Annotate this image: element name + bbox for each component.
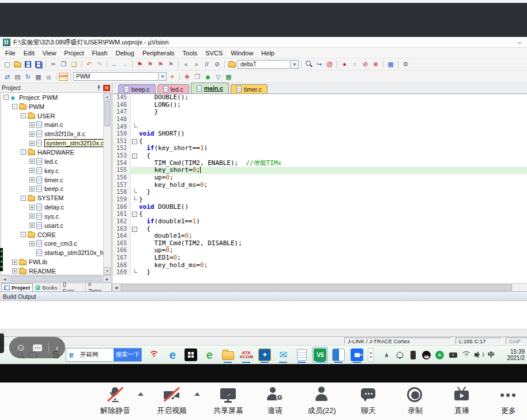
meeting-button-live[interactable]: 直播 xyxy=(443,387,480,416)
store-taskbar-icon[interactable] xyxy=(183,347,199,363)
expand-icon[interactable]: + xyxy=(29,213,35,219)
search-button[interactable]: 搜索一下 xyxy=(114,348,141,361)
fold-margin[interactable] xyxy=(131,160,139,167)
collapse-icon[interactable]: ‹ xyxy=(56,343,59,352)
breakpoint-disable-all-icon[interactable]: ⊘ xyxy=(360,59,370,69)
capture-device-tray-icon[interactable] xyxy=(448,349,458,361)
meeting-button-cam-off[interactable]: 开启视频 xyxy=(153,387,190,416)
fold-margin[interactable] xyxy=(131,94,139,102)
build-output-header[interactable]: Build Output xyxy=(0,291,527,301)
multi-project-workspace-icon[interactable]: ▽ xyxy=(213,72,223,81)
spinner-down-icon[interactable]: ▼ xyxy=(369,355,372,359)
incremental-find-icon[interactable]: ↪ xyxy=(314,59,324,69)
batch-build-icon[interactable]: ▦ xyxy=(33,72,43,81)
nav-forward-icon[interactable]: → xyxy=(120,59,130,69)
fold-margin[interactable] xyxy=(131,204,139,211)
editor-tab-main-c[interactable]: main.c xyxy=(191,82,229,93)
tree-item[interactable]: +README xyxy=(1,267,111,275)
menu-file[interactable]: File xyxy=(1,49,20,57)
tree-item[interactable]: +core_cm3.c xyxy=(1,239,111,249)
fold-margin[interactable] xyxy=(131,189,139,196)
uncomment-selection-icon[interactable]: ⊘ xyxy=(212,59,222,69)
expand-icon[interactable]: + xyxy=(29,159,35,164)
copy-icon[interactable]: ❐ xyxy=(59,59,69,69)
mail-taskbar-icon[interactable]: ✉ xyxy=(275,347,291,363)
menu-debug[interactable]: Debug xyxy=(112,49,138,57)
editor-horizontal-scrollbar[interactable] xyxy=(112,283,527,291)
unindent-icon[interactable]: « xyxy=(181,59,191,69)
volume-tray-icon[interactable] xyxy=(475,349,484,361)
fold-margin[interactable] xyxy=(131,254,139,262)
run-to-cursor-icon[interactable]: @ xyxy=(325,59,334,69)
tree-item[interactable]: -HARDWARE xyxy=(1,148,111,157)
collapse-icon[interactable]: - xyxy=(12,104,17,109)
fold-margin[interactable] xyxy=(131,247,139,254)
scroll-down-icon[interactable] xyxy=(104,267,111,275)
breakpoint-kill-all-icon[interactable]: ⊗ xyxy=(371,59,381,69)
stop-build-icon[interactable]: ◼ xyxy=(44,72,54,81)
scroll-left-icon[interactable] xyxy=(1,276,9,282)
tree-item[interactable]: +led.c xyxy=(1,157,111,166)
open-file-icon[interactable] xyxy=(13,59,22,69)
build-output-content[interactable] xyxy=(0,301,527,329)
breakpoint-empty-icon[interactable]: ○ xyxy=(350,59,360,69)
tree-item[interactable]: +delay.c xyxy=(1,202,111,212)
bookmark-toggle-icon[interactable]: ⚑ xyxy=(135,59,145,69)
rebuild-all-icon[interactable]: ↻ xyxy=(23,72,33,81)
keil-taskbar-icon[interactable]: V5 xyxy=(312,347,328,363)
tree-item[interactable]: +FWLib xyxy=(1,257,111,267)
cut-icon[interactable]: ✂ xyxy=(48,59,58,69)
red-app-taskbar-icon[interactable] xyxy=(146,347,162,363)
tree-item[interactable]: +stm32f10x_it.c xyxy=(1,129,111,138)
expand-icon[interactable]: + xyxy=(29,186,35,192)
panel-tab-books[interactable]: Books xyxy=(33,283,60,291)
tray-expand-tray-icon[interactable]: ∧ xyxy=(382,349,392,361)
editor-tab-beep-c[interactable]: beep.c xyxy=(118,84,156,93)
meeting-button-share-screen[interactable]: 共享屏幕 xyxy=(210,387,247,416)
fold-margin[interactable] xyxy=(131,102,139,109)
tree-item[interactable]: +main.c xyxy=(1,121,111,130)
ime-indicator[interactable]: 中 xyxy=(488,350,495,360)
bell-tray-icon[interactable] xyxy=(395,349,405,361)
tree-item[interactable]: +key.c xyxy=(1,166,111,175)
fold-margin[interactable] xyxy=(131,232,139,240)
tree-vertical-scrollbar[interactable] xyxy=(103,93,111,275)
expand-icon[interactable]: + xyxy=(29,141,35,146)
collapse-icon[interactable]: - xyxy=(3,95,9,100)
meeting-button-mic-off[interactable]: 解除静音 xyxy=(97,387,134,416)
scrollbar-thumb[interactable] xyxy=(104,101,110,126)
code-view[interactable]: 145 DOUBLE();146 LONG();147 }148149150vo… xyxy=(112,94,527,283)
fold-margin[interactable] xyxy=(131,182,139,189)
scroll-left-icon[interactable] xyxy=(112,284,121,291)
tree-item[interactable]: -SYSTEM xyxy=(1,193,111,202)
undo-icon[interactable]: ↶ xyxy=(84,59,94,69)
tree-item[interactable]: startup_stm32f10x_hd. xyxy=(1,248,111,257)
panel-tab-project[interactable]: Project xyxy=(1,283,33,291)
fold-margin[interactable] xyxy=(131,174,139,182)
bookmark-next-icon[interactable]: ⚑ xyxy=(156,59,165,69)
expand-icon[interactable]: + xyxy=(29,168,35,173)
fold-margin[interactable] xyxy=(131,108,139,116)
translate-file-icon[interactable]: ⇄ xyxy=(2,72,12,81)
fold-margin[interactable] xyxy=(131,269,139,276)
expand-icon[interactable]: + xyxy=(29,223,35,228)
wifi-tray-icon[interactable] xyxy=(461,349,471,361)
fold-collapse-icon[interactable]: - xyxy=(132,212,137,217)
expand-icon[interactable]: + xyxy=(29,122,35,127)
notepad-taskbar-icon[interactable] xyxy=(293,347,310,363)
panel-tab-temp[interactable]: 0 Temp... xyxy=(86,283,112,291)
target-combo-arrow-icon[interactable] xyxy=(159,72,167,81)
redo-icon[interactable]: ↷ xyxy=(95,59,104,69)
tree-item[interactable]: +usart.c xyxy=(1,221,111,230)
manage-pages-icon[interactable]: ❒ xyxy=(193,72,202,81)
taskbar-scroll-spinner[interactable]: ▲▼ xyxy=(368,348,374,362)
fold-margin[interactable] xyxy=(131,262,139,269)
manage-components-icon[interactable]: ❖ xyxy=(182,72,192,81)
fold-margin[interactable]: - xyxy=(131,138,139,145)
fold-margin[interactable] xyxy=(131,167,139,174)
collapse-icon[interactable]: - xyxy=(21,113,26,118)
fold-margin[interactable] xyxy=(131,116,139,123)
fold-collapse-icon[interactable]: - xyxy=(132,153,137,159)
menu-window[interactable]: Window xyxy=(227,49,257,57)
editor-tab-timer-c[interactable]: timer.c xyxy=(231,84,268,93)
